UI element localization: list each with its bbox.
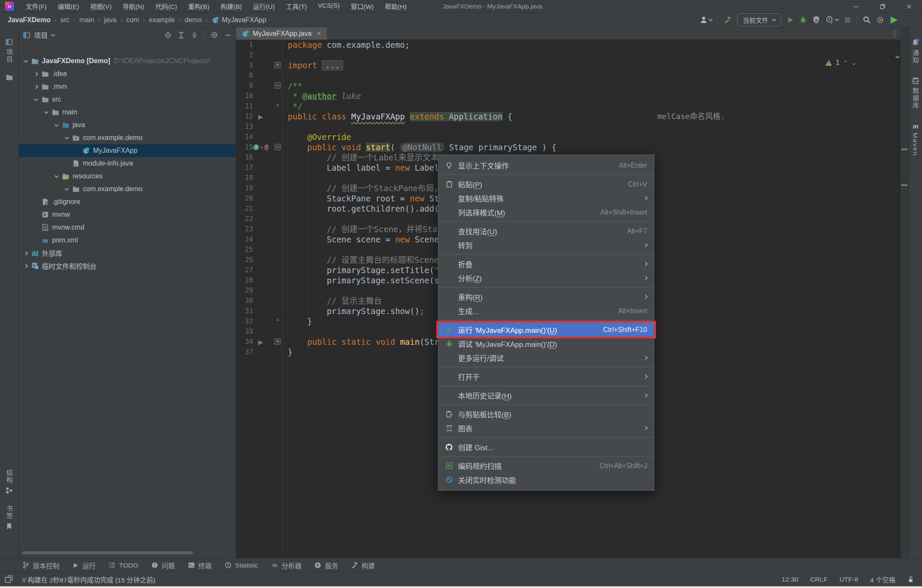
menu-item[interactable]: VCS(S) (312, 2, 345, 11)
tree-item[interactable]: mvnw.cmd (19, 221, 236, 234)
tree-item[interactable]: 外部库 (19, 247, 236, 259)
menu-item[interactable]: 折叠 (438, 257, 654, 271)
debug-button[interactable] (799, 16, 807, 23)
breadcrumb-item[interactable]: main (79, 16, 94, 24)
minimize-icon[interactable] (843, 0, 869, 13)
tree-item[interactable]: mvnw (19, 208, 236, 221)
stop-button[interactable] (844, 16, 851, 23)
menu-item[interactable]: 更多运行/调试 (438, 351, 654, 365)
toolwindow-button-services[interactable]: 服务 (314, 561, 338, 570)
lock-open-icon[interactable] (907, 576, 914, 583)
toolwindow-button-run-outline[interactable]: 运行 (72, 561, 96, 570)
tree-item[interactable]: JavaFXDemo [Demo]D:\IDEAProjects\JCNCPro… (19, 55, 236, 67)
fold-end-icon[interactable]: ⌃ (274, 104, 281, 110)
tree-expanded-chevron[interactable] (23, 58, 28, 63)
close-icon[interactable] (896, 0, 922, 13)
horizontal-scrollbar[interactable] (22, 551, 193, 554)
tree-item[interactable]: src (19, 93, 236, 106)
tree-item[interactable]: com.example.demo (19, 183, 236, 195)
tree-expanded-chevron[interactable] (64, 135, 69, 140)
breadcrumb-item[interactable]: com (126, 16, 139, 24)
layout-icon[interactable] (4, 574, 14, 584)
menu-item[interactable]: 编码规约扫描Ctrl+Alt+Shift+J (438, 459, 654, 473)
tree-item[interactable]: .gitignore (19, 195, 236, 208)
toolwindow-button-build[interactable]: 构建 (351, 561, 375, 570)
menu-item[interactable]: 与剪贴板比较(B) (438, 407, 654, 421)
toolwindow-button-gauge[interactable]: 分析器 (271, 561, 302, 570)
tree-item[interactable]: mpom.xml (19, 234, 236, 247)
menu-item[interactable]: 帮助(H) (379, 2, 412, 11)
tree-item[interactable]: CMyJavaFXApp (19, 144, 236, 157)
toolwindow-button-statistic[interactable]: Statistic (225, 562, 258, 569)
jfx-button[interactable] (890, 16, 898, 24)
breadcrumb-item[interactable]: JavaFXDemo (8, 16, 51, 24)
tree-item[interactable]: 临时文件和控制台 (19, 259, 236, 272)
sidebar-item-database[interactable]: 数据库 (909, 77, 922, 109)
menu-item[interactable]: 导航(N) (117, 2, 150, 11)
menu-item[interactable]: 转到 (438, 238, 654, 252)
stripe-mark[interactable] (901, 148, 907, 150)
search-button[interactable] (863, 16, 871, 24)
toolwindow-button-terminal[interactable]: 终端 (188, 561, 212, 570)
tree-expanded-chevron[interactable] (54, 174, 58, 178)
chevron-down-icon[interactable] (51, 32, 55, 37)
breadcrumb-item[interactable]: example (149, 16, 175, 24)
run-gutter-icon[interactable]: ▶ (258, 111, 277, 122)
menu-item[interactable]: 打开于 (438, 370, 654, 384)
menu-item[interactable]: 查找用法(U)Alt+F7 (438, 224, 654, 238)
user-button[interactable] (700, 16, 712, 24)
fold-expand-icon[interactable]: + (274, 338, 281, 345)
sidebar-item-folder[interactable] (0, 73, 18, 81)
override-gutter-icon[interactable]: ↑↑@ (253, 142, 272, 152)
menu-item[interactable]: 图表 (438, 421, 654, 435)
menu-item[interactable]: 显示上下文操作Alt+Enter (438, 158, 654, 172)
breadcrumb-item[interactable]: src (61, 16, 70, 24)
menu-item[interactable]: 编辑(E) (52, 2, 85, 11)
target-icon[interactable] (164, 32, 172, 39)
tree-item[interactable]: com.example.demo (19, 131, 236, 144)
status-widget[interactable]: 12:30 (782, 576, 798, 583)
breadcrumb-file[interactable]: CMyJavaFXApp (212, 16, 266, 24)
menu-item[interactable]: 重构(B) (183, 2, 215, 11)
sidebar-item-bell[interactable]: 通知 (909, 38, 922, 64)
collapse-all-icon[interactable] (191, 32, 198, 39)
menu-item[interactable]: 运行(U) (248, 2, 280, 11)
close-icon[interactable]: ✕ (317, 30, 321, 37)
tree-collapsed-chevron[interactable] (23, 251, 28, 255)
play-button[interactable] (787, 16, 794, 23)
maximize-icon[interactable] (869, 0, 896, 13)
tree-item[interactable]: .idea (19, 67, 236, 80)
tab-overflow-icon[interactable]: ⋮ (891, 29, 898, 38)
sidebar-item-bookmarks[interactable]: 书签 (0, 505, 18, 530)
hammer-button[interactable] (724, 16, 732, 24)
tree-collapsed-chevron[interactable] (34, 84, 38, 89)
menu-item[interactable]: 本地历史记录(H) (438, 388, 654, 402)
menu-item[interactable]: 分析(Z) (438, 271, 654, 285)
fold-collapse-icon[interactable]: − (274, 144, 281, 150)
tree-item[interactable]: resources (19, 170, 236, 183)
tab-myjavafxapp[interactable]: C MyJavaFXApp.java ✕ (236, 27, 327, 40)
menu-item[interactable]: 关闭实时检测功能 (438, 473, 654, 487)
run-config-combo[interactable]: 当前文件 (737, 13, 781, 26)
tree-expanded-chevron[interactable] (44, 110, 48, 114)
toolwindow-button-todo[interactable]: TODO (108, 562, 138, 569)
minimize-icon[interactable] (224, 32, 231, 39)
menu-item[interactable]: 复制/粘贴特殊 (438, 191, 654, 205)
tree-expanded-chevron[interactable] (64, 186, 69, 191)
tree-item[interactable]: main (19, 106, 236, 119)
coverage-button[interactable] (812, 16, 820, 24)
menu-item[interactable]: 重构(R) (438, 290, 654, 304)
menu-item[interactable]: 构建(B) (215, 2, 248, 11)
breadcrumb-item[interactable]: demo (185, 16, 202, 24)
expand-all-icon[interactable] (178, 32, 185, 39)
menu-item[interactable]: 代码(C) (150, 2, 183, 11)
error-stripe[interactable] (901, 27, 908, 558)
toolwindow-button-problems[interactable]: 问题 (151, 561, 175, 570)
menu-item[interactable]: 文件(F) (20, 2, 52, 11)
status-widget[interactable]: CRLF (810, 576, 827, 583)
menu-item[interactable]: 运行 'MyJavaFXApp.main()'(U)Ctrl+Shift+F10 (438, 323, 654, 337)
menu-item[interactable]: 视图(V) (85, 2, 117, 11)
menu-item[interactable]: 列选择模式(M)Alt+Shift+Insert (438, 205, 654, 219)
tree-item[interactable]: Jmodule-info.java (19, 157, 236, 170)
fold-collapse-icon[interactable]: − (274, 82, 281, 89)
